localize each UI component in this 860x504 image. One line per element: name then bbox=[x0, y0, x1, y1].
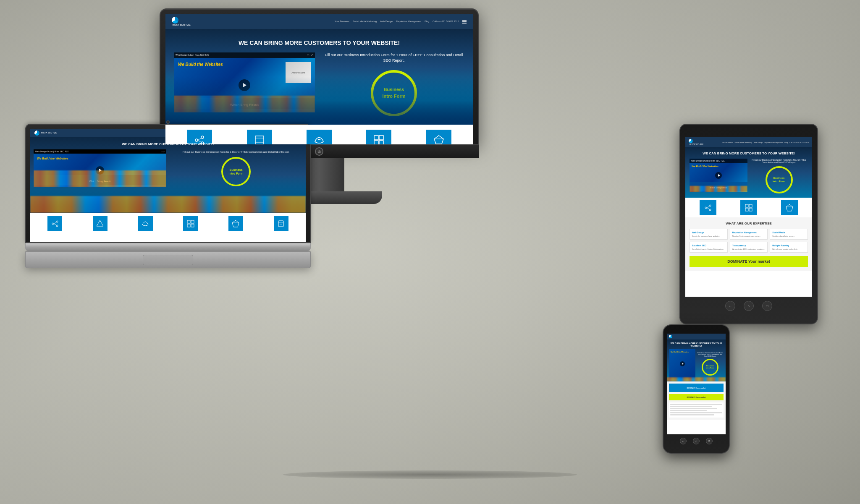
phone-logo-circle bbox=[669, 335, 672, 338]
tablet-nav-phone[interactable]: Call us +971 56 622 7318 bbox=[789, 141, 809, 144]
nav-link-blog[interactable]: Blog bbox=[425, 20, 429, 23]
svg-point-29 bbox=[705, 207, 707, 209]
phone-frame: WE CAN BRING MORE CUSTOMERS TO YOUR WEBS… bbox=[663, 324, 730, 454]
tablet-cta-circle[interactable]: Business Intro Form bbox=[766, 166, 793, 193]
svg-marker-19 bbox=[97, 220, 103, 226]
phone-cta-circle[interactable]: Business Intro Form bbox=[702, 359, 718, 376]
tablet-nav-link-2[interactable]: Social Media Marketing bbox=[734, 141, 752, 144]
laptop-device: RISTA SEO FZE Your Business Social Media… bbox=[25, 124, 311, 268]
laptop-icon-box-1 bbox=[47, 216, 62, 231]
laptop-trackpad[interactable] bbox=[143, 255, 193, 265]
logo-circle bbox=[172, 17, 178, 24]
tablet-hero-title: WE CAN BRING MORE CUSTOMERS TO YOUR WEBS… bbox=[690, 151, 808, 155]
laptop-form-section: Fill out our Business Introduction Form … bbox=[170, 149, 302, 187]
svg-line-4 bbox=[198, 140, 201, 142]
svg-point-15 bbox=[56, 221, 58, 222]
svg-rect-10 bbox=[374, 141, 378, 144]
tablet-city-lights bbox=[690, 186, 747, 192]
laptop-icons-section bbox=[30, 213, 306, 236]
phone-play-button[interactable] bbox=[680, 361, 685, 366]
monitor-form-text: Fill out our Business Introduction Form … bbox=[323, 52, 464, 64]
tablet-dominate-text: DOMINATE Your market bbox=[693, 259, 805, 264]
laptop-form-text: Fill out our Business Introduction Form … bbox=[183, 150, 290, 154]
tablet-nav-link-3[interactable]: Web Design bbox=[754, 141, 763, 144]
laptop-logo-circle bbox=[34, 131, 39, 136]
monitor-frame: RISTA SEO FZE Your Business Social Media… bbox=[160, 8, 479, 145]
svg-marker-12 bbox=[434, 136, 443, 144]
tablet-home-button[interactable]: ⌂ bbox=[744, 301, 754, 311]
tablet-home-bar: ← ⌂ □ bbox=[685, 301, 812, 311]
svg-line-17 bbox=[54, 222, 56, 224]
svg-point-14 bbox=[52, 223, 54, 225]
laptop-hero-content: Web Design Dubai | Rista SEO FZE □ ⤢ We … bbox=[34, 149, 302, 187]
phone-form-text: Fill out our Business Introduction Form … bbox=[697, 352, 723, 357]
tablet-back-button[interactable]: ← bbox=[725, 301, 735, 311]
nav-link-phone[interactable]: Call us +971 56 622 7318 bbox=[433, 20, 459, 23]
laptop-screen: RISTA SEO FZE Your Business Social Media… bbox=[30, 129, 306, 242]
laptop-icon-box-5 bbox=[228, 216, 243, 231]
svg-rect-11 bbox=[379, 141, 383, 144]
laptop-icon-box-3 bbox=[138, 216, 153, 231]
laptop-icon-1 bbox=[36, 216, 74, 232]
hamburger-menu[interactable] bbox=[462, 20, 467, 24]
nav-link-reputation[interactable]: Reputation Management bbox=[396, 20, 421, 23]
tablet-icons-row bbox=[685, 198, 812, 217]
tablet-logo-circle bbox=[689, 139, 693, 143]
nav-link-social[interactable]: Social Media Marketing bbox=[353, 20, 377, 23]
monitor-nav: RISTA SEO FZE Your Business Social Media… bbox=[165, 14, 473, 29]
phone-home-button[interactable]: ⌂ bbox=[693, 438, 700, 444]
tablet-nav-link-5[interactable]: Blog bbox=[784, 141, 788, 144]
laptop-video-title-bar: Web Design Dubai | Rista SEO FZE □ ⤢ bbox=[34, 149, 166, 154]
tablet-recent-button[interactable]: □ bbox=[762, 301, 772, 311]
monitor-power-button[interactable]: ⏻ bbox=[315, 147, 323, 156]
tablet-icon-3 bbox=[781, 200, 798, 215]
nav-link-webdesign[interactable]: Web Design bbox=[380, 20, 393, 23]
monitor-icon-3 bbox=[307, 130, 332, 144]
tablet-nav-link-1[interactable]: Your Business bbox=[722, 141, 733, 144]
phone-hero-title: WE CAN BRING MORE CUSTOMERS TO YOUR WEBS… bbox=[669, 342, 723, 347]
tablet-play-button[interactable] bbox=[715, 172, 722, 179]
svg-point-0 bbox=[195, 139, 198, 141]
svg-marker-38 bbox=[786, 204, 793, 211]
tablet-nav-link-4[interactable]: Reputation Management bbox=[764, 141, 783, 144]
phone-hero-content: We Build the Websites Fill out our Busin… bbox=[669, 349, 723, 379]
monitor-screen: RISTA SEO FZE Your Business Social Media… bbox=[165, 14, 473, 144]
svg-rect-37 bbox=[749, 208, 752, 211]
laptop-circle-text: Business Intro Form bbox=[229, 168, 244, 175]
svg-rect-20 bbox=[187, 220, 190, 223]
laptop-brand: RISTA SEO FZE bbox=[41, 132, 57, 134]
svg-line-3 bbox=[198, 138, 201, 140]
phone-nav bbox=[667, 334, 726, 339]
tablet-nav-links: Your Business Social Media Marketing Web… bbox=[722, 141, 809, 144]
svg-point-1 bbox=[201, 136, 204, 138]
tablet-expertise-grid: Web Design Drop in the purpose of your w… bbox=[690, 229, 808, 253]
laptop-video: Web Design Dubai | Rista SEO FZE □ ⤢ We … bbox=[34, 149, 166, 187]
laptop-webcam bbox=[166, 120, 170, 124]
svg-point-31 bbox=[709, 209, 711, 211]
tablet-expertise-reputation: Reputation Management Negative Reviews c… bbox=[730, 229, 768, 240]
phone-recent-button[interactable]: ↺ bbox=[706, 438, 713, 444]
tablet-hero: WE CAN BRING MORE CUSTOMERS TO YOUR WEBS… bbox=[685, 147, 812, 198]
laptop-keyboard bbox=[25, 251, 311, 268]
phone-text-content bbox=[669, 402, 724, 418]
phone-hero: WE CAN BRING MORE CUSTOMERS TO YOUR WEBS… bbox=[667, 339, 726, 381]
tablet-screen: RISTA SEO FZE Your Business Social Media… bbox=[685, 137, 812, 297]
monitor-hero-title: WE CAN BRING MORE CUSTOMERS TO YOUR WEBS… bbox=[174, 39, 464, 46]
tablet-nav: RISTA SEO FZE Your Business Social Media… bbox=[685, 137, 812, 147]
tablet-dominate-banner: DOMINATE Your market bbox=[690, 256, 808, 267]
svg-marker-24 bbox=[232, 220, 239, 227]
monitor-hero-section: WE CAN BRING MORE CUSTOMERS TO YOUR WEBS… bbox=[165, 29, 473, 125]
svg-rect-22 bbox=[187, 224, 190, 227]
phone-logo bbox=[669, 335, 672, 338]
laptop-icon-3 bbox=[126, 216, 164, 232]
tablet-expertise-ranking: Multiple Ranking Not only your website o… bbox=[770, 242, 808, 253]
video-title: Web Design Dubai | Rista SEO FZE bbox=[176, 54, 209, 56]
laptop-icon-box-6 bbox=[274, 216, 288, 231]
video-tagline: We Build the Websites bbox=[178, 62, 223, 67]
tablet-frame: RISTA SEO FZE Your Business Social Media… bbox=[679, 124, 818, 324]
phone-content: DOMINATE Your market DOMINATE Your marke… bbox=[667, 381, 726, 420]
laptop-cta-circle[interactable]: Business Intro Form bbox=[221, 157, 251, 186]
nav-link-business[interactable]: Your Business bbox=[335, 20, 349, 23]
phone-back-button[interactable]: ← bbox=[680, 438, 687, 444]
laptop-video-title: Web Design Dubai | Rista SEO FZE bbox=[35, 150, 69, 153]
